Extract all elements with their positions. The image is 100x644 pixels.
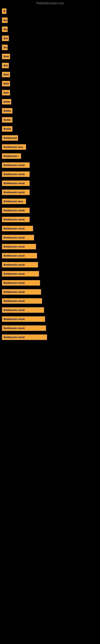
bottleneck-label: Bottleneck result xyxy=(2,334,47,340)
list-item: Bottleneck result xyxy=(2,172,98,177)
bottleneck-label: Bott xyxy=(2,90,10,96)
list-item: Bottleneck result xyxy=(2,298,98,304)
bottleneck-label: Bottleneck r xyxy=(2,153,21,159)
bottleneck-label: Bottle xyxy=(2,108,12,114)
bottleneck-label: Bottleneck result xyxy=(2,271,39,276)
bottleneck-label: Bottleneck result xyxy=(2,253,37,258)
list-item: Bottle xyxy=(2,126,98,132)
list-item: Bo xyxy=(2,26,98,32)
bottleneck-label: B xyxy=(2,8,6,14)
bottleneck-label: Bo xyxy=(2,18,8,23)
list-item: Bottleneck resu xyxy=(2,144,98,150)
bottleneck-label: Bottleneck result xyxy=(2,316,45,322)
bottleneck-label: Bottle xyxy=(2,126,12,132)
list-item: Bott xyxy=(2,81,98,86)
list-item: Bottleneck result xyxy=(2,235,98,240)
list-item: Bottleneck result xyxy=(2,289,98,295)
list-item: Bottleneck result xyxy=(2,262,98,268)
list-item: Bottleneck resu xyxy=(2,199,98,204)
bottleneck-label: Bottleneck resu xyxy=(2,199,26,204)
list-item: Bottle xyxy=(2,108,98,114)
bottleneck-label: Bottleneck result xyxy=(2,289,41,295)
bottleneck-label: Bottleneck result xyxy=(2,172,30,177)
list-item: Bo xyxy=(2,45,98,50)
list-item: Bottleneck result xyxy=(2,162,98,168)
bottleneck-label: Bottleneck xyxy=(2,135,18,141)
bottleneck-label: Bottleneck result xyxy=(2,326,46,331)
bottleneck-label: Bo xyxy=(2,26,8,32)
list-item: Bottleneck result xyxy=(2,271,98,276)
list-item: Bottleneck result xyxy=(2,190,98,195)
bottleneck-label: Bottleneck result xyxy=(2,244,36,249)
list-item: Bottleneck result xyxy=(2,326,98,331)
bottleneck-list: BBoBoBotBoBottBotBottBottBottBotteBottle… xyxy=(0,6,100,346)
bottleneck-label: Bottleneck result xyxy=(2,307,44,313)
list-item: Bottleneck xyxy=(2,135,98,141)
list-item: Bottleneck result xyxy=(2,180,98,186)
bottleneck-label: Botte xyxy=(2,99,11,104)
list-item: Bottleneck result xyxy=(2,334,98,340)
list-item: Bottleneck result xyxy=(2,253,98,258)
list-item: Botte xyxy=(2,99,98,104)
bottleneck-label: Bott xyxy=(2,54,10,59)
bottleneck-label: Bottleneck result xyxy=(2,217,30,222)
list-item: Bot xyxy=(2,36,98,41)
bottleneck-label: Bottleneck result xyxy=(2,280,40,286)
bottleneck-label: Bottleneck result xyxy=(2,208,30,213)
list-item: Bottleneck r xyxy=(2,153,98,159)
bottleneck-label: Bo xyxy=(2,45,8,50)
list-item: Bottleneck result xyxy=(2,244,98,249)
bottleneck-label: Bottleneck result xyxy=(2,180,30,186)
list-item: Bott xyxy=(2,72,98,77)
bottleneck-label: Bottleneck result xyxy=(2,162,30,168)
list-item: Bott xyxy=(2,90,98,96)
list-item: Bottleneck result xyxy=(2,208,98,213)
list-item: Bottleneck result xyxy=(2,307,98,313)
list-item: Bottleneck result xyxy=(2,280,98,286)
bottleneck-label: Bottle xyxy=(2,117,12,122)
list-item: Bo xyxy=(2,18,98,23)
list-item: Bottleneck result xyxy=(2,226,98,231)
bottleneck-label: Bottleneck resu xyxy=(2,144,26,150)
list-item: Bottle xyxy=(2,117,98,122)
bottleneck-label: Bott xyxy=(2,81,10,86)
site-title: TheBottlenecker.com xyxy=(0,0,100,6)
list-item: Bot xyxy=(2,63,98,68)
list-item: Bott xyxy=(2,54,98,59)
bottleneck-label: Bott xyxy=(2,72,10,77)
bottleneck-label: Bottleneck result xyxy=(2,298,42,304)
bottleneck-label: Bot xyxy=(2,36,9,41)
bottleneck-label: Bottleneck result xyxy=(2,226,33,231)
list-item: Bottleneck result xyxy=(2,217,98,222)
list-item: B xyxy=(2,8,98,14)
bottleneck-label: Bot xyxy=(2,63,9,68)
bottleneck-label: Bottleneck result xyxy=(2,262,38,268)
list-item: Bottleneck result xyxy=(2,316,98,322)
bottleneck-label: Bottleneck result xyxy=(2,190,30,195)
bottleneck-label: Bottleneck result xyxy=(2,235,34,240)
